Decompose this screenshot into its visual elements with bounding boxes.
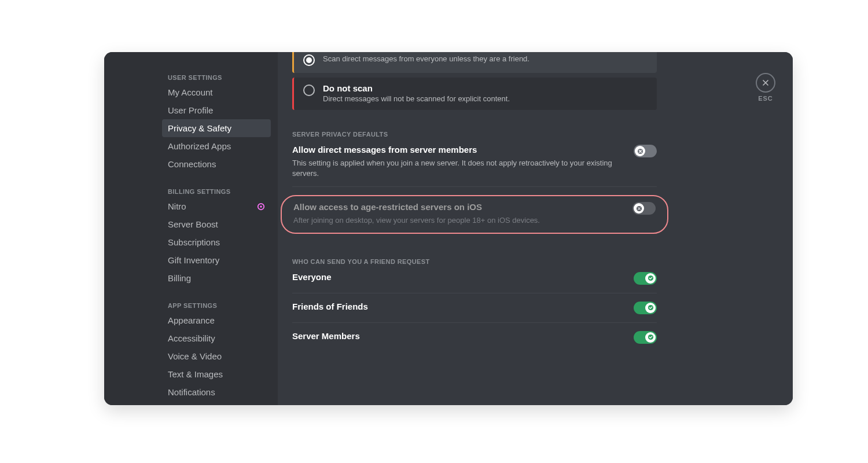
radio-selected-icon — [303, 54, 315, 66]
sidebar-item-appearance[interactable]: Appearance — [162, 311, 271, 329]
radio-unselected-icon — [303, 84, 315, 96]
highlight-age-restricted-ios: Allow access to age-restricted servers o… — [281, 195, 668, 234]
setting-title: Allow direct messages from server member… — [292, 145, 622, 155]
sidebar-item-privacy-safety[interactable]: Privacy & Safety — [162, 119, 271, 137]
setting-title: Server Members — [292, 331, 622, 341]
settings-sidebar: USER SETTINGS My Account User Profile Pr… — [104, 52, 278, 405]
scan-option-do-not-scan[interactable]: Do not scan Direct messages will not be … — [292, 78, 657, 110]
scan-option-title: Do not scan — [323, 83, 510, 93]
toggle-knob-off-icon — [635, 146, 645, 156]
scan-option-friends-nice[interactable]: My friends are nice Scan direct messages… — [292, 52, 657, 73]
sidebar-item-connections[interactable]: Connections — [162, 155, 271, 173]
esc-label: ESC — [758, 95, 773, 102]
sidebar-header-billing-settings: BILLING SETTINGS — [162, 183, 271, 197]
nitro-badge-icon — [257, 203, 265, 211]
setting-friend-request-server-members: Server Members — [292, 331, 657, 352]
setting-desc: After joining on desktop, view your serv… — [293, 215, 621, 226]
section-header-friend-request: WHO CAN SEND YOU A FRIEND REQUEST — [292, 258, 657, 265]
setting-allow-dm-server-members: Allow direct messages from server member… — [292, 145, 657, 187]
scan-option-desc: Direct messages will not be scanned for … — [323, 94, 510, 103]
toggle-age-restricted-ios[interactable] — [632, 202, 656, 215]
sidebar-item-voice-video[interactable]: Voice & Video — [162, 347, 271, 365]
sidebar-inner: USER SETTINGS My Account User Profile Pr… — [104, 69, 278, 401]
toggle-knob-off-icon — [634, 203, 644, 214]
scan-option-desc: Scan direct messages from everyone unles… — [323, 54, 529, 63]
sidebar-item-authorized-apps[interactable]: Authorized Apps — [162, 137, 271, 155]
sidebar-item-server-boost[interactable]: Server Boost — [162, 215, 271, 233]
close-button[interactable]: ESC — [756, 73, 775, 102]
sidebar-header-app-settings: APP SETTINGS — [162, 297, 271, 311]
sidebar-item-notifications[interactable]: Notifications — [162, 383, 271, 401]
setting-title: Allow access to age-restricted servers o… — [293, 202, 621, 212]
sidebar-item-accessibility[interactable]: Accessibility — [162, 329, 271, 347]
settings-window: USER SETTINGS My Account User Profile Pr… — [104, 52, 793, 405]
setting-friend-request-fof: Friends of Friends — [292, 302, 657, 323]
toggle-friend-request-everyone[interactable] — [634, 272, 657, 285]
sidebar-item-billing[interactable]: Billing — [162, 269, 271, 287]
sidebar-item-my-account[interactable]: My Account — [162, 83, 271, 101]
close-icon — [756, 73, 775, 93]
toggle-knob-on-icon — [645, 332, 656, 343]
svg-point-1 — [260, 205, 262, 208]
toggle-allow-dm-server-members[interactable] — [634, 145, 657, 157]
toggle-friend-request-server-members[interactable] — [634, 331, 657, 344]
setting-friend-request-everyone: Everyone — [292, 272, 657, 293]
sidebar-item-subscriptions[interactable]: Subscriptions — [162, 233, 271, 251]
toggle-knob-on-icon — [645, 273, 656, 284]
settings-main: ESC My friends are nice Scan direct mess… — [278, 52, 793, 405]
section-header-server-privacy: SERVER PRIVACY DEFAULTS — [292, 131, 657, 138]
sidebar-item-text-images[interactable]: Text & Images — [162, 365, 271, 383]
toggle-knob-on-icon — [645, 303, 656, 313]
sidebar-header-user-settings: USER SETTINGS — [162, 69, 271, 83]
sidebar-item-user-profile[interactable]: User Profile — [162, 101, 271, 119]
sidebar-item-nitro[interactable]: Nitro — [162, 197, 271, 215]
setting-title: Friends of Friends — [292, 302, 622, 311]
sidebar-item-gift-inventory[interactable]: Gift Inventory — [162, 251, 271, 269]
setting-desc: This setting is applied when you join a … — [292, 158, 622, 178]
toggle-friend-request-fof[interactable] — [634, 302, 657, 314]
setting-title: Everyone — [292, 272, 622, 282]
setting-age-restricted-ios: Allow access to age-restricted servers o… — [293, 202, 656, 226]
